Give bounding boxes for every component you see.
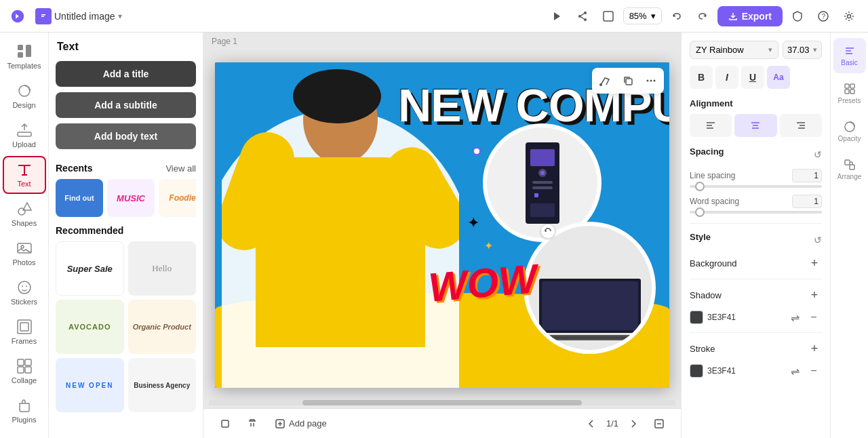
svg-rect-23 [18, 359, 24, 365]
rec-new-open[interactable]: NEW OPEN [56, 358, 124, 412]
align-center-button[interactable] [734, 114, 776, 137]
play-button[interactable] [546, 5, 568, 27]
sidebar-item-design[interactable]: Design [3, 77, 46, 115]
add-subtitle-button[interactable]: Add a subtitle [56, 92, 196, 118]
tab-basic[interactable]: Basic [833, 38, 866, 73]
recommended-grid: Super Sale Hello AVOCADO Organic Product… [56, 241, 196, 412]
rec-avocado[interactable]: AVOCADO [56, 300, 124, 354]
word-spacing-row: Word spacing 1 [690, 195, 822, 214]
resize-button[interactable] [597, 5, 619, 27]
rec-business[interactable]: Business Agency [128, 358, 197, 412]
word-spacing-slider[interactable] [690, 211, 822, 214]
background-style-row[interactable]: Background + [690, 252, 822, 275]
canvas-copy-button[interactable] [618, 71, 638, 91]
svg-point-30 [540, 171, 545, 175]
redo-button[interactable] [692, 5, 713, 27]
recent-foodie[interactable]: Foodie [159, 179, 196, 217]
tab-opacity[interactable]: Opacity [833, 114, 866, 149]
svg-point-20 [18, 281, 31, 294]
font-size-input[interactable]: 37.03 ▾ [783, 41, 822, 59]
add-body-button[interactable]: Add body text [56, 123, 196, 149]
doc-chevron: ▾ [118, 12, 122, 21]
canvas-container[interactable]: NEW COMPUT [203, 50, 681, 400]
font-case-button[interactable]: Aa [767, 66, 790, 89]
stroke-color-swatch[interactable] [690, 364, 703, 378]
canvas-copy-page-button[interactable] [214, 413, 236, 435]
align-right-button[interactable] [780, 114, 822, 137]
security-icon-button[interactable] [787, 5, 808, 27]
sidebar-item-stickers[interactable]: Stickers [3, 274, 46, 312]
rec-super-sale[interactable]: Super Sale [56, 241, 124, 296]
tab-presets-label: Presets [838, 97, 861, 104]
align-left-button[interactable] [690, 114, 732, 137]
recent-find-out[interactable]: Find out [56, 179, 103, 217]
canvas-delete-page-button[interactable] [241, 413, 263, 435]
canvas-frame[interactable]: NEW COMPUT [215, 62, 669, 388]
sidebar-item-plugins[interactable]: Plugins [3, 392, 46, 430]
sidebar-item-templates[interactable]: Templates [3, 38, 46, 76]
recent-foodie-label: Foodie [169, 193, 195, 203]
underline-button[interactable]: U [741, 66, 764, 89]
canvas-brush-button[interactable] [595, 71, 615, 91]
font-selector[interactable]: ZY Rainbow ▾ [690, 41, 778, 59]
recent-music[interactable]: MUSIC [107, 179, 155, 217]
sidebar-item-collage[interactable]: Collage [3, 353, 46, 391]
canvas-product-circle-2 [524, 222, 656, 354]
stroke-remove-button[interactable]: − [806, 363, 822, 379]
stroke-style-row[interactable]: Stroke + [690, 337, 822, 360]
word-spacing-input[interactable]: 1 [792, 195, 822, 208]
line-spacing-slider[interactable] [690, 185, 822, 188]
doc-title-area[interactable]: Untitled image ▾ [35, 8, 122, 24]
sidebar-item-photos[interactable]: Photos [3, 235, 46, 273]
shadow-adjust-button[interactable]: ⇌ [787, 309, 803, 325]
share-button[interactable] [572, 5, 593, 27]
help-icon-button[interactable]: ? [812, 5, 834, 27]
right-icon-tabs: Basic Presets Opacity Arrange [830, 33, 868, 438]
sidebar-item-frames[interactable]: Frames [3, 313, 46, 351]
add-stroke-button[interactable]: + [807, 341, 822, 356]
rec-organic[interactable]: Organic Product [128, 300, 197, 354]
canvas-stars: ✦ [467, 214, 479, 232]
sidebar-item-text[interactable]: Text [3, 156, 46, 194]
next-page-button[interactable] [623, 413, 644, 435]
view-all-link[interactable]: View all [165, 163, 196, 174]
canvas-selection-handle[interactable] [473, 147, 481, 155]
shadow-color-swatch[interactable] [690, 311, 703, 324]
export-button[interactable]: Export [717, 6, 783, 26]
expand-page-button[interactable] [648, 413, 670, 435]
rec-hello[interactable]: Hello [128, 241, 197, 296]
align-row [690, 114, 822, 137]
zoom-control[interactable]: 85% ▾ [623, 7, 662, 24]
add-shadow-button[interactable]: + [807, 287, 822, 302]
prev-page-button[interactable] [580, 413, 602, 435]
canvas-toolbar [592, 68, 664, 94]
tab-presets[interactable]: Presets [833, 76, 866, 111]
stroke-adjust-button[interactable]: ⇌ [787, 363, 803, 379]
settings-icon-button[interactable] [838, 5, 860, 27]
bold-button[interactable]: B [690, 66, 713, 89]
line-spacing-input[interactable]: 1 [792, 169, 822, 182]
shadow-remove-button[interactable]: − [806, 309, 822, 325]
svg-marker-1 [554, 12, 560, 20]
shadow-color-row: 3E3F41 ⇌ − [690, 306, 822, 328]
undo-button[interactable] [666, 5, 688, 27]
add-page-button[interactable]: Add page [269, 413, 334, 435]
add-title-button[interactable]: Add a title [56, 61, 196, 87]
canvas-area: Page 1 NEW COMPUT [203, 33, 681, 438]
canvas-more-button[interactable] [641, 71, 661, 91]
sidebar-item-shapes[interactable]: Shapes [3, 195, 46, 233]
style-refresh-button[interactable]: ↺ [814, 235, 822, 245]
spacing-refresh-button[interactable]: ↺ [814, 149, 822, 160]
italic-button[interactable]: I [715, 66, 738, 89]
tab-arrange[interactable]: Arrange [833, 152, 866, 187]
svg-point-42 [650, 80, 652, 82]
canvas-rotate-handle[interactable] [540, 224, 555, 239]
tab-opacity-label: Opacity [838, 135, 861, 142]
doc-title: Untitled image [54, 11, 115, 22]
sidebar-item-design-label: Design [12, 101, 35, 109]
add-background-button[interactable]: + [807, 256, 822, 271]
canvas-scrollbar[interactable] [209, 400, 675, 405]
shadow-style-row[interactable]: Shadow + [690, 283, 822, 306]
sidebar-item-upload[interactable]: Upload [3, 117, 46, 155]
logo[interactable] [8, 7, 27, 26]
